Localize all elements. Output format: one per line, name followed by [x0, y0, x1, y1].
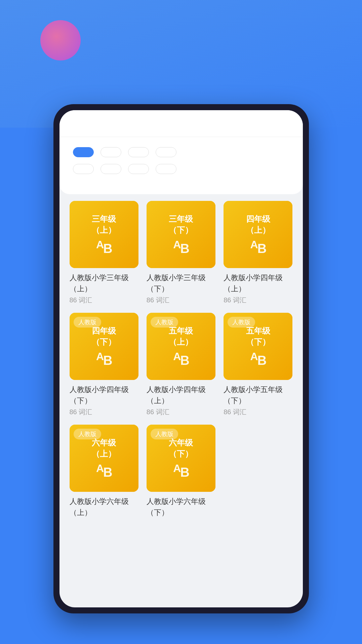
- filter-row-1: [73, 147, 289, 157]
- book-count: 86 词汇: [224, 407, 292, 417]
- book-count: 86 词汇: [70, 296, 138, 305]
- vocab-card: [59, 110, 303, 194]
- filter-college[interactable]: [156, 147, 176, 157]
- book-item[interactable]: 人教版 五年级（上） AB 人教版小学四年级（上） 86 词汇: [147, 313, 215, 417]
- header-divider: [59, 137, 303, 137]
- filter-other[interactable]: [156, 164, 176, 174]
- deco-circle: [40, 20, 81, 60]
- book-item[interactable]: 人教版 六年级（上） AB 人教版小学六年级（上）: [70, 425, 138, 518]
- book-title: 人教版小学四年级（上）: [147, 384, 215, 406]
- book-grade: 五年级（上）: [169, 325, 193, 348]
- book-item[interactable]: 人教版 五年级（下） AB 人教版小学五年级（下） 86 词汇: [224, 313, 292, 417]
- book-letters: AB: [250, 239, 266, 256]
- book-grade: 四年级（上）: [246, 213, 270, 236]
- filter-elementary[interactable]: [73, 147, 94, 157]
- book-grade: 三年级（下）: [169, 213, 193, 236]
- book-grade: 五年级（下）: [246, 325, 270, 348]
- book-grade: 四年级（下）: [92, 325, 116, 348]
- filter-new-concept[interactable]: [128, 164, 149, 174]
- filter-row-2: [73, 164, 289, 174]
- book-count: 86 词汇: [147, 296, 215, 305]
- book-count: 86 词汇: [224, 296, 292, 305]
- books-grid: 三年级（上） AB 人教版小学三年级（上） 86 词汇 三年级（下） AB 人教…: [70, 201, 293, 518]
- book-letters: AB: [96, 462, 112, 480]
- book-count: 86 词汇: [147, 407, 215, 417]
- book-letters: AB: [173, 462, 189, 480]
- book-grade: 六年级（下）: [169, 437, 193, 460]
- book-item[interactable]: 人教版 六年级（下） AB 人教版小学六年级（下）: [147, 425, 215, 518]
- header-tabs: [73, 120, 289, 127]
- book-grade: 六年级（上）: [92, 437, 116, 460]
- vocab-header: [73, 120, 289, 127]
- book-item[interactable]: 三年级（下） AB 人教版小学三年级（下） 86 词汇: [147, 201, 215, 305]
- book-letters: AB: [96, 350, 112, 368]
- books-area: 三年级（上） AB 人教版小学三年级（上） 86 词汇 三年级（下） AB 人教…: [59, 194, 303, 525]
- book-item[interactable]: 四年级（上） AB 人教版小学四年级（上） 86 词汇: [224, 201, 292, 305]
- book-title: 人教版小学六年级（下）: [147, 496, 215, 518]
- book-letters: AB: [173, 239, 189, 256]
- book-grade: 三年级（上）: [92, 213, 116, 236]
- book-letters: AB: [250, 350, 266, 368]
- book-count: 86 词汇: [70, 407, 138, 417]
- filter-abroad[interactable]: [73, 164, 94, 174]
- phone-screen: 三年级（上） AB 人教版小学三年级（上） 86 词汇 三年级（下） AB 人教…: [59, 110, 303, 607]
- book-title: 人教版小学四年级（上）: [224, 272, 292, 294]
- filter-work[interactable]: [100, 164, 121, 174]
- phone-frame: 三年级（上） AB 人教版小学三年级（上） 86 词汇 三年级（下） AB 人教…: [53, 104, 309, 613]
- book-item[interactable]: 三年级（上） AB 人教版小学三年级（上） 86 词汇: [70, 201, 138, 305]
- filter-middle[interactable]: [100, 147, 121, 157]
- book-title: 人教版小学三年级（下）: [147, 272, 215, 294]
- phone-mockup: 三年级（上） AB 人教版小学三年级（上） 86 词汇 三年级（下） AB 人教…: [53, 104, 309, 613]
- book-title: 人教版小学三年级（上）: [70, 272, 138, 294]
- book-item[interactable]: 人教版 四年级（下） AB 人教版小学四年级（下） 86 词汇: [70, 313, 138, 417]
- book-letters: AB: [96, 239, 112, 256]
- book-letters: AB: [173, 350, 189, 368]
- book-title: 人教版小学六年级（上）: [70, 496, 138, 518]
- book-title: 人教版小学五年级（下）: [224, 384, 292, 406]
- filter-high[interactable]: [128, 147, 149, 157]
- book-title: 人教版小学四年级（下）: [70, 384, 138, 406]
